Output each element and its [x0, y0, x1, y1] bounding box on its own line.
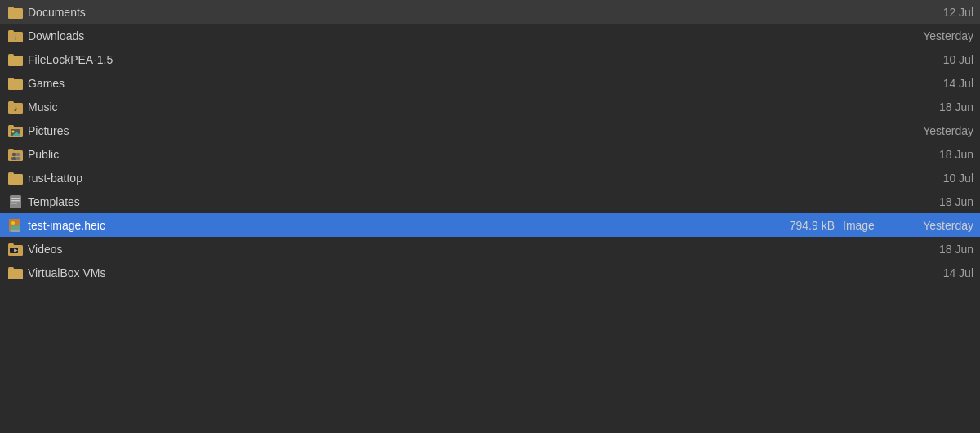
list-item[interactable]: Documents12 Jul	[0, 0, 980, 24]
svg-text:↓: ↓	[14, 33, 18, 42]
list-item[interactable]: Games14 Jul	[0, 71, 980, 95]
file-date: 10 Jul	[892, 53, 973, 66]
templates-icon	[7, 194, 24, 209]
download-icon: ↓	[7, 29, 24, 43]
file-date: 18 Jun	[892, 148, 973, 161]
svg-rect-2	[8, 8, 23, 19]
file-date: 14 Jul	[892, 77, 973, 90]
pictures-icon	[7, 123, 24, 138]
file-date: Yesterday	[892, 124, 973, 137]
file-name: Templates	[28, 195, 761, 208]
file-name: Videos	[28, 243, 761, 256]
file-date: 18 Jun	[892, 195, 973, 208]
file-date: 14 Jul	[892, 266, 973, 279]
file-date: 18 Jun	[892, 100, 973, 114]
folder-icon	[7, 5, 24, 20]
list-item[interactable]: Public18 Jun	[0, 142, 980, 166]
svg-rect-16	[8, 125, 14, 128]
list-item[interactable]: rust-battop10 Jul	[0, 166, 980, 190]
file-name: Downloads	[28, 29, 761, 42]
file-date: Yesterday	[892, 219, 973, 232]
file-date: 10 Jul	[892, 172, 973, 185]
svg-point-25	[16, 157, 21, 160]
svg-rect-44	[8, 269, 23, 279]
file-date: Yesterday	[892, 29, 973, 42]
folder-icon	[7, 52, 24, 67]
file-date: 18 Jun	[892, 243, 973, 256]
file-name: VirtualBox VMs	[28, 266, 761, 279]
file-name: Pictures	[28, 124, 761, 137]
heic-icon	[7, 218, 24, 233]
list-item[interactable]: ♪ Music18 Jun	[0, 95, 980, 118]
svg-rect-29	[10, 195, 21, 208]
svg-rect-30	[11, 198, 20, 199]
svg-point-24	[16, 152, 20, 155]
list-item[interactable]: ↓ DownloadsYesterday	[0, 24, 980, 47]
svg-rect-31	[11, 200, 20, 202]
file-name: test-image.heic	[28, 219, 761, 232]
svg-rect-28	[8, 174, 23, 185]
list-item[interactable]: PicturesYesterday	[0, 118, 980, 142]
folder-icon	[7, 266, 24, 280]
videos-icon	[7, 242, 24, 257]
list-item[interactable]: Templates18 Jun	[0, 190, 980, 213]
svg-rect-11	[8, 79, 23, 90]
file-name: Games	[28, 77, 761, 90]
file-name: FileLockPEA-1.5	[28, 53, 761, 66]
folder-icon	[7, 76, 24, 91]
svg-rect-21	[8, 149, 14, 152]
file-name: Public	[28, 148, 761, 161]
svg-point-36	[11, 221, 15, 225]
svg-rect-8	[8, 56, 23, 66]
file-name: rust-battop	[28, 172, 761, 185]
music-icon: ♪	[7, 100, 24, 114]
svg-point-18	[12, 130, 15, 132]
list-item[interactable]: FileLockPEA-1.510 Jul	[0, 47, 980, 71]
file-size: 794.9 kB	[761, 219, 835, 232]
svg-rect-39	[8, 243, 14, 247]
folder-icon	[7, 171, 24, 185]
svg-point-22	[12, 152, 16, 155]
file-list: Documents12 Jul ↓ DownloadsYesterday Fil…	[0, 0, 980, 433]
file-date: 12 Jul	[892, 6, 973, 19]
list-item[interactable]: Videos18 Jun	[0, 237, 980, 261]
file-name: Documents	[28, 6, 761, 19]
svg-rect-32	[11, 203, 17, 204]
file-name: Music	[28, 100, 761, 114]
people-icon	[7, 147, 24, 162]
svg-text:♪: ♪	[14, 104, 18, 113]
list-item[interactable]: test-image.heic794.9 kBImageYesterday	[0, 213, 980, 237]
list-item[interactable]: VirtualBox VMs14 Jul	[0, 261, 980, 284]
file-type: Image	[835, 219, 892, 232]
